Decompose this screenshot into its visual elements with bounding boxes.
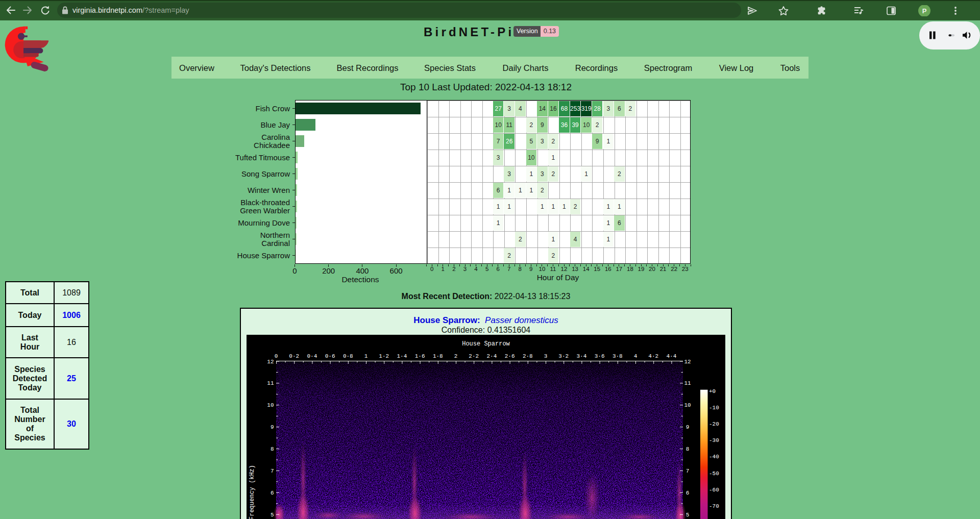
svg-text:2·8: 2·8 xyxy=(523,353,533,359)
svg-text:10: 10 xyxy=(684,402,691,408)
svg-text:0·8: 0·8 xyxy=(343,353,353,359)
svg-text:+0: +0 xyxy=(709,388,716,394)
svg-text:-60: -60 xyxy=(709,487,719,493)
svg-text:-40: -40 xyxy=(709,454,719,460)
svg-text:3·2: 3·2 xyxy=(558,353,569,359)
svg-text:1·2: 1·2 xyxy=(379,353,389,359)
svg-text:2: 2 xyxy=(454,353,458,359)
svg-text:-10: -10 xyxy=(709,405,719,411)
svg-text:9: 9 xyxy=(271,424,274,430)
svg-text:1·4: 1·4 xyxy=(397,353,407,359)
svg-text:4·4: 4·4 xyxy=(666,353,676,359)
svg-text:0·6: 0·6 xyxy=(325,353,335,359)
svg-text:3·6: 3·6 xyxy=(595,353,605,359)
svg-text:7: 7 xyxy=(686,468,690,474)
svg-text:House Sparrow: House Sparrow xyxy=(462,340,510,348)
svg-text:8: 8 xyxy=(271,446,274,452)
svg-text:0·2: 0·2 xyxy=(289,353,299,359)
svg-text:12: 12 xyxy=(267,359,274,365)
svg-text:4: 4 xyxy=(634,353,638,359)
svg-text:P: P xyxy=(922,7,927,15)
svg-text:-30: -30 xyxy=(709,437,719,443)
svg-text:-20: -20 xyxy=(709,421,719,427)
svg-text:8: 8 xyxy=(686,446,690,452)
svg-text:2·2: 2·2 xyxy=(469,353,479,359)
svg-text:-50: -50 xyxy=(709,471,719,477)
svg-text:3·8: 3·8 xyxy=(612,353,623,359)
svg-text:Frequency (kHz): Frequency (kHz) xyxy=(249,465,256,519)
svg-text:1: 1 xyxy=(364,353,368,359)
svg-text:0·4: 0·4 xyxy=(307,353,317,359)
svg-text:-70: -70 xyxy=(709,503,719,509)
svg-text:0: 0 xyxy=(275,353,278,359)
svg-text:10: 10 xyxy=(267,402,274,408)
svg-text:5: 5 xyxy=(271,512,274,518)
svg-text:9: 9 xyxy=(686,424,690,430)
svg-text:2·6: 2·6 xyxy=(505,353,515,359)
svg-text:12: 12 xyxy=(684,359,691,365)
svg-text:1·6: 1·6 xyxy=(415,353,425,359)
svg-text:6: 6 xyxy=(686,490,690,496)
svg-text:1·8: 1·8 xyxy=(433,353,443,359)
svg-text:3: 3 xyxy=(544,353,548,359)
svg-text:2·4: 2·4 xyxy=(486,353,497,359)
svg-text:3·4: 3·4 xyxy=(576,353,586,359)
svg-text:11: 11 xyxy=(267,380,274,386)
svg-text:5: 5 xyxy=(686,512,690,518)
svg-text:6: 6 xyxy=(271,490,274,496)
svg-text:11: 11 xyxy=(684,380,691,386)
svg-text:4·2: 4·2 xyxy=(648,353,658,359)
svg-text:7: 7 xyxy=(271,468,274,474)
